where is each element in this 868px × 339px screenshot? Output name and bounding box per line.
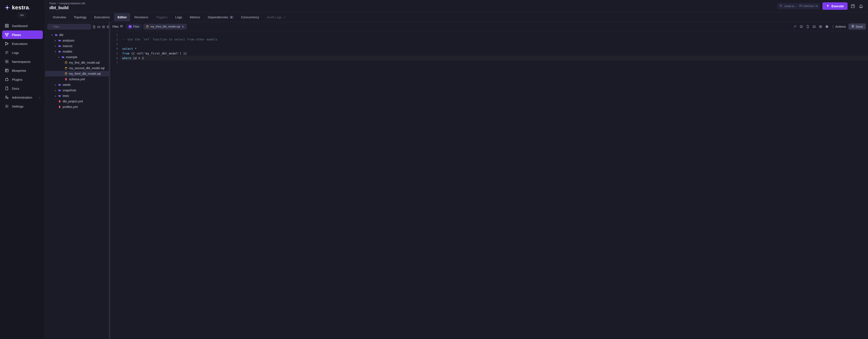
editor-tabs: Files Flow my_third_dbt_model.sql ✕ [110,22,868,31]
files-label[interactable]: Files [113,25,124,28]
folder-icon [55,33,58,37]
nav-label: Plugins [12,78,22,81]
panel-icon[interactable] [812,25,816,29]
chevron-down-icon: ▾ [54,51,57,53]
line-gutter: 1 2 3 4 5 6 7 [110,31,121,339]
tree-file-schema[interactable]: schema.yml [45,76,109,82]
bell-icon[interactable] [858,3,864,9]
yml-file-icon [58,105,61,109]
nav-namespaces[interactable]: Namespaces [2,57,43,66]
tree-folder-seeds[interactable]: ▸seeds [45,82,109,88]
dashboard-icon [5,24,9,28]
menu-dots-icon: ⋮ [831,25,835,29]
nav-label: Dashboard [12,24,28,28]
svg-rect-22 [800,5,802,6]
tab-topology[interactable]: Topology [70,13,90,21]
tree-file-third-model[interactable]: my_third_dbt_model.sql [45,71,109,76]
editor-tab-file[interactable]: my_third_dbt_model.sql ✕ [143,24,187,30]
yml-file-icon [64,78,68,81]
svg-rect-17 [5,69,8,72]
nav-administration[interactable]: Administration › [2,93,43,101]
new-file-icon[interactable] [92,25,96,29]
chevron-right-icon: ▸ [54,84,57,86]
breadcrumb: Flows / company.datateam.dbt [50,2,85,5]
save-icon [851,25,855,28]
filter-input[interactable] [47,24,91,30]
nav-label: Blueprints [12,69,26,72]
new-folder-icon[interactable] [97,25,100,29]
folder-icon [58,83,61,87]
svg-rect-0 [7,5,8,7]
logo-mark-icon [4,5,10,11]
dependencies-badge: 0 [229,16,234,19]
tree-folder-analyses[interactable]: ▸analyses [45,38,109,43]
import-icon[interactable] [102,25,105,29]
help-icon[interactable] [850,3,856,9]
tab-editor[interactable]: Editor [114,13,130,21]
tree-folder-dbt[interactable]: ▾dbt [45,32,109,38]
tree-folder-snapshots[interactable]: ▸snapshots [45,88,109,93]
jump-to-search[interactable]: Jump to... Ctrl/Cmd + K [777,3,820,9]
execute-button[interactable]: Execute [823,2,847,10]
breadcrumb-namespace[interactable]: company.datateam.dbt [59,2,85,5]
svg-point-35 [147,25,148,26]
editor-area: ▾dbt ▸analyses ▸macros ▾models ▾example … [45,22,868,339]
search-icon [779,4,782,8]
nav-logs[interactable]: Logs [2,48,43,57]
svg-rect-6 [7,24,8,26]
svg-rect-16 [6,61,7,62]
tree-folder-macros[interactable]: ▸macros [45,43,109,49]
nav-settings[interactable]: Settings [2,102,43,111]
header: Flows / company.datateam.dbt dbt_build J… [45,0,868,12]
nav-docs[interactable]: Docs [2,84,43,93]
breadcrumb-area: Flows / company.datateam.dbt dbt_build [50,2,85,10]
list-panel-icon[interactable] [818,25,823,29]
folder-icon [58,44,61,48]
nav-flows[interactable]: Flows [2,30,43,39]
svg-point-33 [130,26,131,26]
close-icon[interactable]: ✕ [182,25,184,28]
nav-dashboard[interactable]: Dashboard [2,22,43,30]
tab-dependencies[interactable]: Dependencies0 [205,13,237,21]
tab-metrics[interactable]: Metrics [186,13,204,21]
tree-folder-tests[interactable]: ▸tests [45,93,109,99]
settings-icon [5,104,9,109]
chevron-down-icon: ▾ [58,56,60,58]
tree-file-dbt-project[interactable]: dbt_project.yml [45,99,109,104]
tree-folder-models[interactable]: ▾models [45,49,109,54]
svg-rect-3 [7,8,8,10]
sql-file-icon [64,66,68,70]
tree-folder-example[interactable]: ▾example [45,54,109,60]
svg-rect-8 [7,26,8,28]
document-icon[interactable] [806,25,810,29]
save-button[interactable]: Save [848,24,866,30]
magic-wand-icon[interactable] [793,25,797,29]
tab-overview[interactable]: Overview [50,13,70,21]
tree-file-profiles[interactable]: profiles.yml [45,104,109,110]
nav-executions[interactable]: Executions [2,39,43,48]
svg-point-34 [130,27,130,27]
namespaces-icon [5,59,9,64]
tab-concurrency[interactable]: Concurrency [238,13,262,21]
nav-label: Logs [12,51,19,55]
code-editor[interactable]: 1 2 3 4 5 6 7 -- Use the `ref` function … [110,31,868,339]
nav-blueprints[interactable]: Blueprints [2,66,43,75]
layout-split-icon[interactable] [799,25,803,29]
breadcrumb-sep: / [57,2,58,5]
kbd-hint: Ctrl/Cmd + K [799,4,818,8]
tab-logs[interactable]: Logs [172,13,186,21]
actions-dropdown[interactable]: ⋮ Actions [831,25,846,29]
chevron-right-icon: ▸ [54,39,57,42]
docs-icon [5,86,9,91]
svg-rect-5 [5,24,7,26]
nav-plugins[interactable]: Plugins [2,75,43,84]
logo[interactable]: kestra. [4,4,30,11]
editor-tab-flow[interactable]: Flow [126,24,142,29]
svg-point-21 [780,5,782,6]
tab-executions[interactable]: Executions [91,13,113,21]
tree-file-second-model[interactable]: my_second_dbt_model.sql [45,65,109,71]
tree-file-first-model[interactable]: my_first_dbt_model.sql [45,60,109,65]
tab-revisions[interactable]: Revisions [131,13,152,21]
breadcrumb-root[interactable]: Flows [50,2,56,5]
svg-point-12 [5,42,6,43]
